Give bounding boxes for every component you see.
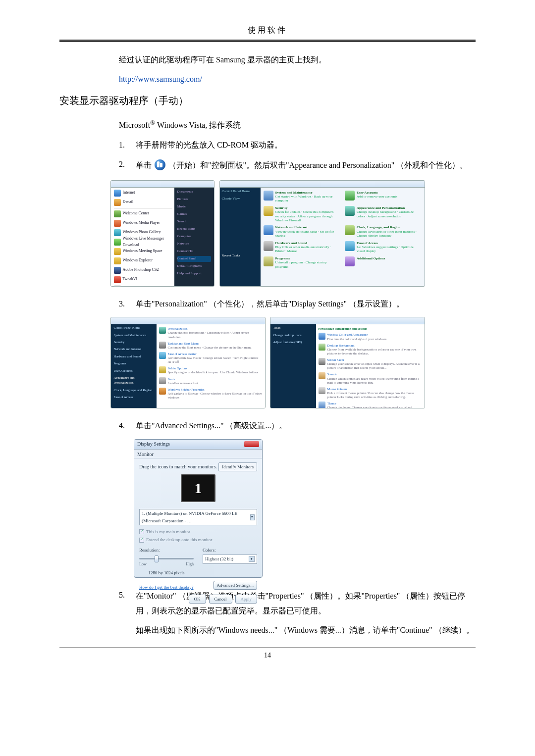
start-right-item[interactable]: Music (177, 204, 211, 210)
ap-sublink[interactable]: Install or remove a font (168, 381, 198, 385)
chevron-down-icon[interactable]: ▾ (249, 556, 255, 562)
cp-link[interactable]: Network and Internet (275, 225, 340, 229)
start-right-item[interactable]: Documents (177, 189, 211, 195)
pz-link[interactable]: Window Color and Appearance (327, 333, 368, 336)
pz-link[interactable]: Screen Saver (327, 358, 344, 361)
advanced-settings-button[interactable]: Advanced Settings... (214, 581, 258, 590)
ap-link[interactable]: Windows Sidebar Properties (168, 388, 205, 391)
intro-url[interactable]: http://www.samsung.com/ (119, 73, 476, 86)
start-item[interactable]: Adobe Photoshop CS2 (123, 267, 159, 273)
ap-link[interactable]: Fonts (168, 377, 175, 381)
monitor-select[interactable]: 1. (Multiple Monitors) on NVIDIA GeForce… (139, 509, 257, 525)
cp-sublink[interactable]: Change keyboards or other input methods … (357, 230, 422, 238)
cp-link[interactable]: Ease of Access (357, 241, 422, 245)
cp-link[interactable]: Security (275, 206, 340, 210)
cp-sublink[interactable]: Uninstall a program · Change startup pro… (275, 260, 340, 269)
monitor-preview-1[interactable]: 1 (181, 474, 215, 502)
pz-link[interactable]: Sounds (327, 372, 337, 376)
start-item[interactable]: E-mail (123, 199, 134, 205)
ap-sublink[interactable]: Accommodate low vision · Change screen r… (168, 356, 259, 363)
resolution-slider[interactable]: Low High (139, 554, 194, 562)
ap-link[interactable]: Taskbar and Start Menu (168, 342, 199, 345)
cp-sublink[interactable]: Play CDs or other media automatically · … (275, 245, 340, 253)
ap-link-personalization[interactable]: Personalization (168, 327, 188, 330)
resolution-label: Resolution: (139, 547, 194, 554)
ap-sublink[interactable]: Change desktop background · Customize co… (168, 331, 249, 338)
close-icon[interactable] (244, 441, 259, 447)
start-item[interactable]: Windows Media Player (123, 220, 160, 226)
ap-sublink[interactable]: Add gadgets to Sidebar · Choose whether … (168, 392, 262, 399)
ap-link[interactable]: Folder Options (168, 366, 187, 370)
side-link[interactable]: Change desktop icons (270, 332, 316, 339)
cp-link-appearance[interactable]: Appearance and Personalization (357, 206, 422, 210)
pz-link[interactable]: Desktop Background (327, 344, 355, 347)
start-item[interactable]: Welcome Center (123, 210, 149, 217)
side-link[interactable]: Network and Internet (111, 346, 157, 353)
start-item[interactable]: Windows Explorer (123, 257, 153, 264)
start-right-item[interactable]: Recent Items (177, 226, 211, 232)
start-item[interactable]: Windows Meeting Space (123, 248, 162, 254)
chevron-down-icon[interactable]: ▾ (250, 514, 255, 520)
cp-sublink[interactable]: Get started with Windows · Back up your … (275, 195, 340, 203)
start-right-item[interactable]: Default Programs (177, 263, 211, 269)
help-link[interactable]: How do I get the best display? (139, 584, 193, 591)
app-icon (114, 199, 121, 206)
start-right-control-panel[interactable]: Control Panel (177, 256, 211, 262)
start-right-item[interactable]: Search (177, 219, 211, 225)
cp-link[interactable]: Additional Options (357, 256, 385, 260)
start-item[interactable]: Windows Photo Gallery (123, 229, 161, 236)
step-5-cont: 如果出现如下图所示的"Windows needs..." （Windows 需要… (119, 623, 476, 638)
document-page: 使用软件 经过认证的此驱动程序可在 Samsung 显示器的主页上找到。 htt… (0, 0, 535, 756)
system-icon (264, 191, 273, 201)
colors-select[interactable]: Highest (32 bit) ▾ (203, 554, 257, 563)
cp-link[interactable]: Hardware and Sound (275, 241, 340, 245)
ap-sublink[interactable]: Specify single- or double-click to open … (168, 370, 259, 374)
cp-sublink[interactable]: Change desktop background · Customize co… (357, 210, 422, 218)
side-link[interactable]: Hardware and Sound (111, 353, 157, 360)
resolution-value: 1280 by 1024 pixels (139, 569, 194, 576)
cp-nav-home[interactable]: Control Panel Home (220, 188, 261, 195)
cancel-button[interactable]: Cancel (209, 595, 232, 604)
colors-value: Highest (32 bit) (205, 555, 233, 562)
cp-sublink[interactable]: Let Windows suggest settings · Optimize … (357, 245, 422, 253)
start-item[interactable]: Internet (123, 190, 135, 196)
cp-link[interactable]: Clock, Language, and Region (357, 225, 422, 229)
side-link[interactable]: Programs (111, 360, 157, 367)
start-menu-right: Documents Pictures Music Games Search Re… (174, 188, 214, 286)
side-link[interactable]: Clock, Language, and Region (111, 387, 157, 394)
side-link[interactable]: User Accounts (111, 367, 157, 374)
cp-link[interactable]: System and Maintenance (275, 191, 340, 195)
side-link[interactable]: Control Panel Home (111, 324, 157, 331)
start-right-item[interactable]: Connect To (177, 249, 211, 254)
cp-sublink[interactable]: Check for updates · Check this computer'… (275, 210, 340, 222)
side-link[interactable]: System and Maintenance (111, 332, 157, 339)
identify-monitors-button[interactable]: Identify Monitors (218, 462, 257, 471)
cp-nav-classic[interactable]: Classic View (220, 195, 261, 202)
start-item[interactable]: TweakVI (123, 276, 138, 283)
dialog-title: Display Settings (137, 440, 170, 448)
start-right-item[interactable]: Pictures (177, 197, 211, 202)
step-2-num: 2. (119, 158, 136, 171)
additional-icon (345, 256, 355, 266)
side-link-current[interactable]: Appearance and Personalization (111, 374, 157, 387)
side-link[interactable]: Adjust font size (DPI) (270, 339, 316, 346)
pz-link[interactable]: Theme (327, 402, 336, 405)
ok-button[interactable]: OK (189, 595, 206, 604)
tab-monitor[interactable]: Monitor (134, 450, 262, 458)
start-item[interactable]: Windows Live Messenger Download (123, 236, 172, 249)
pz-sidebar: Tasks Change desktop icons Adjust font s… (270, 324, 316, 408)
cp-link[interactable]: User Accounts (357, 191, 397, 195)
start-right-item[interactable]: Games (177, 211, 211, 217)
cp-sublink[interactable]: Add or remove user accounts (357, 195, 397, 199)
cp-sublink[interactable]: View network status and tasks · Set up f… (275, 230, 340, 238)
side-link[interactable]: Ease of Access (111, 394, 157, 401)
start-right-item[interactable]: Computer (177, 234, 211, 240)
side-link[interactable]: Security (111, 339, 157, 346)
start-right-item[interactable]: Help and Support (177, 271, 211, 277)
ap-link[interactable]: Ease of Access Center (168, 352, 197, 355)
cp-link[interactable]: Programs (275, 256, 340, 260)
start-item[interactable]: Command Prompt (123, 286, 152, 286)
pz-link[interactable]: Mouse Pointers (327, 387, 348, 391)
ap-sublink[interactable]: Customize the Start menu · Change the pi… (168, 346, 252, 349)
start-right-item[interactable]: Network (177, 241, 211, 247)
